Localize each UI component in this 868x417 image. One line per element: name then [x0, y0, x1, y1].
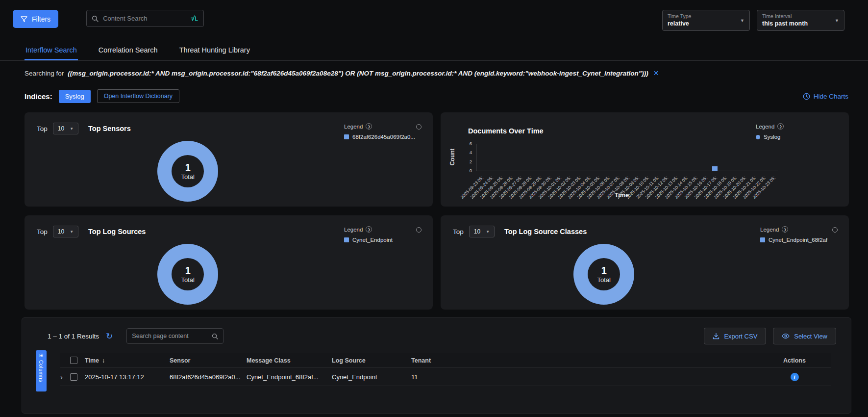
y-tick-label: 0	[470, 168, 472, 173]
results-panel: 1 – 1 of 1 Results ↻ Export CSV Select V…	[22, 317, 851, 414]
cell-sensor: 68f2af626d45a069f2a0...	[170, 373, 247, 381]
hide-charts-label: Hide Charts	[814, 93, 848, 100]
cell-log-source: Cynet_Endpoint	[332, 373, 411, 381]
tab-threat-hunting-library[interactable]: Threat Hunting Library	[178, 42, 251, 60]
panel-top-log-sources: Top 10 ▼ Top Log Sources Legend ❯ Cynet_…	[25, 215, 433, 310]
legend-collapse-icon[interactable]: ❯	[782, 226, 788, 233]
legend-item-log-source-class[interactable]: Cynet_Endpoint_68f2af	[760, 237, 834, 243]
search-icon	[212, 333, 218, 339]
results-table: Time ↓ Sensor Message Class Log Source T…	[60, 353, 831, 386]
time-interval-label: Time Interval	[762, 13, 808, 20]
legend-item-sensor[interactable]: 68f2af626d45a069f2a0...	[344, 134, 418, 140]
cell-time: 2025-10-17 13:17:12	[85, 373, 170, 381]
legend-swatch-icon	[760, 237, 765, 242]
content-search	[86, 10, 204, 27]
chevron-down-icon: ▼	[70, 230, 74, 234]
panel-options-icon[interactable]	[416, 227, 422, 233]
expand-row-icon[interactable]: ›	[60, 373, 70, 381]
legend-label: Legend	[344, 227, 363, 233]
top-count-select[interactable]: 10 ▼	[53, 123, 78, 134]
time-type-select[interactable]: Time Type relative ▼	[662, 10, 750, 31]
tab-correlation-search[interactable]: Correlation Search	[98, 42, 159, 60]
tab-interflow-search[interactable]: Interflow Search	[25, 42, 78, 60]
export-csv-button[interactable]: Export CSV	[704, 328, 766, 344]
syslog-index-button[interactable]: Syslog	[59, 90, 91, 103]
y-axis-ticks: 6420	[459, 141, 472, 173]
column-header-tenant[interactable]: Tenant	[411, 357, 758, 364]
top-log-sources-donut-chart[interactable]: 1 Total	[157, 244, 218, 305]
top-count-select[interactable]: 10 ▼	[469, 226, 495, 237]
column-header-sensor[interactable]: Sensor	[170, 357, 247, 364]
column-header-time[interactable]: Time ↓	[85, 357, 170, 364]
x-axis-ticks: 2025-09-23 05:2025-09-24 05:2025-09-25 0…	[476, 173, 778, 206]
search-icon	[92, 15, 99, 22]
legend-collapse-icon[interactable]: ❯	[366, 226, 372, 233]
row-checkbox[interactable]	[70, 373, 77, 381]
table-header-row: Time ↓ Sensor Message Class Log Source T…	[60, 353, 831, 368]
results-toolbar: 1 – 1 of 1 Results ↻ Export CSV Select V…	[22, 318, 851, 344]
interflow-logo-icon[interactable]	[191, 15, 198, 22]
top-count-value: 10	[58, 228, 64, 235]
top-bar: Filters Time Type relative ▼ Time Inter	[0, 0, 868, 31]
top-label: Top	[453, 228, 464, 235]
clear-query-icon[interactable]: ✕	[653, 69, 659, 77]
content-search-input[interactable]	[103, 15, 186, 22]
grid-icon: ⊞	[39, 353, 43, 358]
legend-item-syslog[interactable]: Syslog	[756, 134, 800, 140]
panel-title: Top Log Source Classes	[504, 228, 587, 235]
panel-title: Documents Over Time	[468, 127, 544, 135]
columns-button[interactable]: ⊞ Columns	[36, 350, 47, 391]
panel-top-log-source-classes: Top 10 ▼ Top Log Source Classes Legend ❯…	[441, 215, 849, 310]
y-tick-label: 2	[470, 159, 472, 164]
legend-collapse-icon[interactable]: ❯	[366, 123, 372, 130]
filters-button[interactable]: Filters	[13, 10, 58, 28]
cell-tenant: 11	[411, 373, 758, 381]
column-header-log-source[interactable]: Log Source	[332, 357, 411, 364]
bar-2025-10-17 05:[interactable]	[712, 166, 718, 171]
page-content-search	[126, 328, 223, 344]
hide-charts-link[interactable]: Hide Charts	[803, 93, 848, 100]
page-content-search-input[interactable]	[132, 333, 208, 339]
legend-label: Legend	[760, 227, 779, 233]
app-root: Filters Time Type relative ▼ Time Inter	[0, 0, 868, 417]
legend: Legend ❯ Cynet_Endpoint	[344, 226, 418, 243]
time-interval-select[interactable]: Time Interval this past month ▼	[757, 10, 844, 31]
panel-title: Top Log Sources	[88, 228, 146, 235]
eye-icon	[782, 333, 790, 339]
donut-total-label: Total	[181, 173, 194, 181]
info-icon[interactable]: i	[791, 373, 799, 381]
time-type-label: Time Type	[668, 13, 691, 20]
select-view-button[interactable]: Select View	[773, 328, 836, 344]
top-log-source-classes-donut-chart[interactable]: 1 Total	[573, 244, 634, 305]
select-all-checkbox[interactable]	[70, 357, 77, 364]
top-sensors-donut-chart[interactable]: 1 Total	[157, 141, 218, 202]
legend: Legend ❯ 68f2af626d45a069f2a0...	[344, 123, 418, 140]
query-text: ((msg_origin.processor.id:* AND msg_orig…	[68, 70, 648, 77]
top-count-select[interactable]: 10 ▼	[53, 226, 78, 237]
panel-options-icon[interactable]	[832, 227, 838, 233]
panel-options-icon[interactable]	[416, 124, 422, 130]
documents-bar-chart[interactable]	[476, 144, 778, 171]
indices-bar: Indices: Syslog Open Interflow Dictionar…	[0, 77, 868, 103]
hide-charts-icon	[803, 93, 810, 100]
donut-total-value: 1	[185, 265, 191, 275]
chevron-down-icon: ▼	[486, 230, 490, 234]
legend-label: Legend	[344, 124, 363, 130]
refresh-icon[interactable]: ↻	[106, 332, 113, 340]
legend-label: Legend	[756, 124, 774, 130]
filters-label: Filters	[32, 15, 50, 23]
time-interval-value: this past month	[762, 20, 808, 27]
columns-label: Columns	[38, 360, 44, 382]
legend-item-log-source[interactable]: Cynet_Endpoint	[344, 237, 418, 243]
legend-swatch-icon	[344, 237, 349, 242]
legend-swatch-icon	[344, 134, 349, 139]
legend-swatch-icon	[756, 135, 760, 139]
panel-documents-over-time: Documents Over Time Legend ❯ Syslog Coun…	[441, 112, 849, 207]
x-axis-label: Time	[615, 192, 629, 199]
top-label: Top	[37, 125, 48, 132]
open-interflow-dictionary-button[interactable]: Open Interflow Dictionary	[97, 89, 179, 103]
legend-collapse-icon[interactable]: ❯	[777, 123, 784, 130]
top-count-value: 10	[58, 125, 64, 132]
table-row[interactable]: › 2025-10-17 13:17:12 68f2af626d45a069f2…	[60, 368, 831, 386]
column-header-message-class[interactable]: Message Class	[247, 357, 332, 364]
